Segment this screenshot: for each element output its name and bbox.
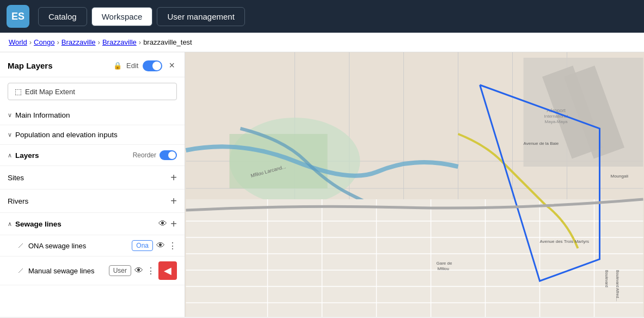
rivers-add-button[interactable]: + — [170, 195, 177, 206]
layers-section-header[interactable]: ∧ Layers Reorder — [0, 145, 185, 166]
rivers-layer-item: Rivers + — [0, 189, 185, 213]
svg-text:Avenue de la Baie: Avenue de la Baie — [524, 141, 559, 146]
ona-more-button[interactable]: ⋮ — [168, 241, 177, 251]
close-button[interactable]: × — [167, 60, 177, 71]
breadcrumb-congo[interactable]: Congo — [34, 38, 54, 46]
reorder-toggle[interactable] — [160, 150, 177, 160]
breadcrumb-sep-1: › — [29, 38, 32, 46]
layers-label: Layers — [15, 151, 133, 160]
population-label: Population and elevation inputs — [15, 131, 118, 139]
main-information-chevron: ∨ — [8, 112, 12, 119]
layers-chevron: ∧ — [8, 152, 12, 159]
edit-map-extent-icon: ⬚ — [15, 87, 22, 96]
map-area[interactable]: Aéroport International Maya-Maya Mfilou … — [185, 52, 644, 317]
main-information-label: Main Information — [15, 111, 70, 119]
population-section[interactable]: ∨ Population and elevation inputs — [0, 125, 185, 145]
sidebar-header: Map Layers 🔒 Edit × — [0, 52, 185, 77]
sewage-section-header[interactable]: ∧ Sewage lines 👁 + — [0, 213, 185, 235]
red-arrow: ◀ — [158, 261, 177, 280]
ona-sewage-name: ONA sewage lines — [28, 242, 128, 250]
catalog-button[interactable]: Catalog — [38, 7, 87, 26]
edit-map-extent-label: Edit Map Extent — [25, 88, 75, 96]
app-logo: ES — [7, 5, 29, 28]
manual-more-button[interactable]: ⋮ — [146, 266, 155, 276]
breadcrumb: World › Congo › Brazzaville › Brazzavill… — [0, 33, 644, 52]
svg-rect-13 — [186, 199, 643, 317]
manual-sewage-name: Manual sewage lines — [28, 267, 106, 275]
edit-label: Edit — [126, 62, 138, 70]
manual-sewage-sublayer: ⟋ Manual sewage lines User 👁 ⋮ ◀ — [0, 256, 185, 285]
sewage-visibility-button[interactable]: 👁 — [158, 219, 167, 229]
ona-tag: Ona — [132, 240, 153, 251]
svg-text:Boulevard: Boulevard — [605, 270, 609, 288]
main-layout: Map Layers 🔒 Edit × ⬚ Edit Map Extent ∨ … — [0, 52, 644, 317]
manual-line-icon: ⟋ — [16, 266, 25, 276]
top-navigation: ES Catalog Workspace User management — [0, 0, 644, 33]
svg-text:Avenue des Trois Martyrs: Avenue des Trois Martyrs — [540, 239, 590, 244]
sewage-add-button[interactable]: + — [170, 218, 177, 229]
ona-visibility-button[interactable]: 👁 — [156, 241, 165, 250]
map-svg: Aéroport International Maya-Maya Mfilou … — [185, 52, 644, 317]
manual-visibility-button[interactable]: 👁 — [134, 266, 143, 276]
breadcrumb-world[interactable]: World — [9, 38, 27, 46]
workspace-button[interactable]: Workspace — [91, 7, 153, 26]
main-information-section[interactable]: ∨ Main Information — [0, 106, 185, 125]
reorder-label: Reorder — [133, 151, 156, 159]
breadcrumb-sep-2: › — [57, 38, 59, 46]
user-tag: User — [109, 265, 131, 276]
svg-text:Maya-Maya: Maya-Maya — [545, 119, 568, 124]
sewage-label: Sewage lines — [15, 220, 155, 228]
edit-map-extent-button[interactable]: ⬚ Edit Map Extent — [8, 83, 177, 100]
ona-line-icon: ⟋ — [16, 241, 25, 250]
breadcrumb-sep-4: › — [139, 38, 141, 46]
svg-text:Mfilou: Mfilou — [438, 266, 449, 271]
breadcrumb-sep-3: › — [98, 38, 100, 46]
breadcrumb-current: brazzaville_test — [143, 38, 192, 46]
sidebar-title: Map Layers — [8, 61, 109, 70]
sites-layer-name: Sites — [8, 174, 167, 182]
sites-add-button[interactable]: + — [170, 172, 177, 183]
ona-sewage-sublayer: ⟋ ONA sewage lines Ona 👁 ⋮ — [0, 235, 185, 256]
population-chevron: ∨ — [8, 131, 12, 138]
rivers-layer-name: Rivers — [8, 197, 167, 205]
red-arrow-indicator: ◀ — [158, 261, 177, 280]
svg-text:Moungali: Moungali — [611, 174, 629, 179]
sewage-chevron: ∧ — [8, 221, 12, 228]
svg-text:Boulevard Alfred...: Boulevard Alfred... — [616, 270, 620, 301]
user-management-button[interactable]: User management — [157, 7, 244, 26]
sites-layer-item: Sites + — [0, 166, 185, 189]
breadcrumb-brazzaville-city[interactable]: Brazzaville — [102, 38, 137, 46]
edit-toggle[interactable] — [143, 60, 162, 71]
sidebar: Map Layers 🔒 Edit × ⬚ Edit Map Extent ∨ … — [0, 52, 185, 317]
breadcrumb-brazzaville-region[interactable]: Brazzaville — [62, 38, 96, 46]
lock-icon: 🔒 — [113, 62, 122, 70]
svg-text:Gare de: Gare de — [437, 261, 452, 266]
